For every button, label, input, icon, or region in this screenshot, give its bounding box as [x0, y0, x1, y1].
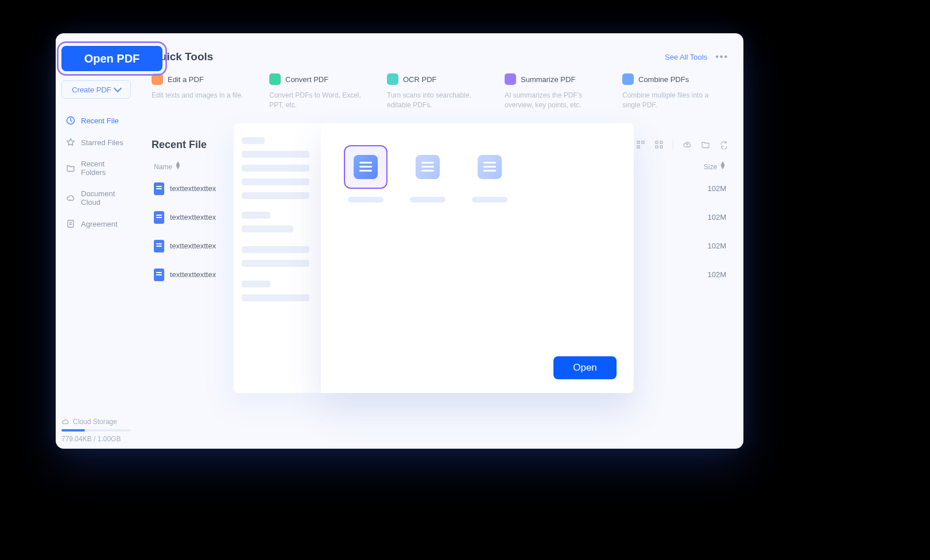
svg-rect-5 [656, 141, 658, 143]
pdf-file-icon [154, 269, 164, 281]
placeholder [242, 151, 309, 158]
nav-label: Starred Files [81, 138, 123, 147]
separator [673, 140, 673, 149]
file-thumbnails [347, 145, 617, 203]
tool-title: OCR PDF [403, 75, 437, 84]
see-all-tools-link[interactable]: See All Tools [665, 53, 707, 61]
tool-combine-pdfs[interactable]: Combine PDFs Combine multiple files into… [622, 73, 728, 110]
placeholder [242, 212, 270, 219]
sidebar-item-starred-files[interactable]: Starred Files [61, 132, 131, 153]
sidebar-nav: Recent File Starred Files Recent Folders… [61, 110, 131, 234]
tool-edit-pdf[interactable]: Edit a PDF Edit texts and images in a fi… [152, 73, 258, 110]
storage-progress [61, 429, 131, 431]
tool-desc: Edit texts and images in a file. [152, 91, 249, 100]
create-pdf-button[interactable]: Create PDF [61, 80, 131, 99]
svg-rect-4 [637, 146, 640, 148]
nav-label: Agreement [81, 220, 118, 228]
chevron-down-icon [114, 84, 122, 92]
placeholder [242, 281, 270, 287]
nav-label: Recent File [81, 116, 119, 125]
file-thumbnail[interactable] [409, 145, 446, 203]
open-button[interactable]: Open [553, 356, 617, 379]
placeholder [242, 294, 309, 301]
svg-rect-2 [637, 141, 640, 143]
file-thumbnail[interactable] [471, 145, 508, 203]
tool-title: Summarize PDF [521, 75, 575, 84]
new-folder-icon[interactable] [701, 140, 710, 149]
placeholder [348, 197, 383, 203]
placeholder [242, 192, 309, 199]
placeholder [242, 137, 265, 144]
file-name: texttexttexttex [170, 270, 216, 279]
sidebar-item-recent-file[interactable]: Recent File [61, 110, 131, 131]
quick-tools-header: Quick Tools See All Tools ••• [152, 50, 728, 63]
svg-rect-1 [68, 220, 73, 227]
pdf-file-icon [154, 240, 164, 252]
placeholder [242, 225, 293, 232]
document-icon [354, 155, 378, 179]
cloud-storage-widget: Cloud Storage 779.04KB / 1.00GB [61, 418, 131, 443]
convert-icon [269, 73, 281, 85]
more-icon[interactable]: ••• [715, 52, 728, 62]
nav-label: Document Cloud [81, 189, 126, 207]
sort-icon: ▲▼ [719, 161, 726, 169]
refresh-icon[interactable] [719, 140, 728, 149]
tool-desc: Turn scans into searchable, editable PDF… [387, 91, 485, 110]
app-window: Open PDF Create PDF Recent File Starred … [56, 33, 743, 449]
tool-desc: AI summarizes the PDF's overview, key po… [505, 91, 602, 110]
svg-rect-3 [642, 141, 644, 143]
open-file-dialog: Open [321, 123, 634, 393]
document-icon [478, 155, 502, 179]
nav-label: Recent Folders [81, 160, 126, 177]
cloud-icon [61, 418, 69, 426]
view-list-icon[interactable] [636, 140, 645, 149]
cloud-storage-usage: 779.04KB / 1.00GB [61, 435, 131, 443]
tool-summarize-pdf[interactable]: Summarize PDF AI summarizes the PDF's ov… [505, 73, 611, 110]
sort-icon: ▲▼ [175, 161, 181, 169]
sidebar-item-agreement[interactable]: Agreement [61, 213, 131, 234]
placeholder [410, 197, 445, 203]
placeholder [242, 246, 309, 253]
open-pdf-button[interactable]: Open PDF [61, 46, 162, 71]
tool-desc: Combine multiple files into a single PDF… [622, 91, 720, 110]
view-grid-icon[interactable] [654, 140, 664, 149]
pdf-file-icon [154, 182, 164, 195]
clock-icon [66, 116, 75, 125]
placeholder [242, 165, 309, 172]
file-size: 102M [707, 184, 726, 193]
cloud-icon [66, 193, 75, 203]
agreement-icon [66, 219, 75, 228]
recent-file-title: Recent File [152, 139, 207, 151]
quick-tools-row: Edit a PDF Edit texts and images in a fi… [152, 73, 728, 110]
col-size[interactable]: Size▲▼ [704, 161, 726, 171]
file-size: 102M [707, 270, 726, 279]
dialog-sidepane [234, 123, 324, 393]
ocr-icon [387, 73, 398, 85]
file-size: 102M [707, 242, 726, 250]
document-icon [416, 155, 440, 179]
sidebar-item-recent-folders[interactable]: Recent Folders [61, 154, 131, 182]
tool-title: Combine PDFs [638, 75, 689, 84]
col-name[interactable]: Name▲▼ [154, 161, 181, 171]
sidebar: Open PDF Create PDF Recent File Starred … [56, 33, 137, 449]
create-pdf-label: Create PDF [72, 85, 111, 94]
pdf-file-icon [154, 211, 164, 224]
tool-convert-pdf[interactable]: Convert PDF Convert PDFs to Word, Excel,… [269, 73, 375, 110]
cloud-storage-label: Cloud Storage [73, 418, 117, 426]
sidebar-item-document-cloud[interactable]: Document Cloud [61, 184, 131, 212]
tool-title: Edit a PDF [168, 75, 204, 84]
upload-icon[interactable] [683, 140, 692, 149]
tool-title: Convert PDF [285, 75, 328, 84]
combine-icon [622, 73, 634, 85]
tool-desc: Convert PDFs to Word, Excel, PPT, etc. [269, 91, 367, 110]
tool-ocr-pdf[interactable]: OCR PDF Turn scans into searchable, edit… [387, 73, 493, 110]
file-name: texttexttexttex [170, 184, 216, 193]
file-thumbnail[interactable] [347, 145, 384, 203]
summarize-icon [505, 73, 516, 85]
placeholder [472, 197, 507, 203]
file-size: 102M [707, 213, 726, 221]
star-icon [66, 138, 75, 147]
svg-rect-6 [660, 141, 662, 143]
svg-rect-8 [660, 146, 662, 148]
folder-icon [66, 164, 75, 173]
